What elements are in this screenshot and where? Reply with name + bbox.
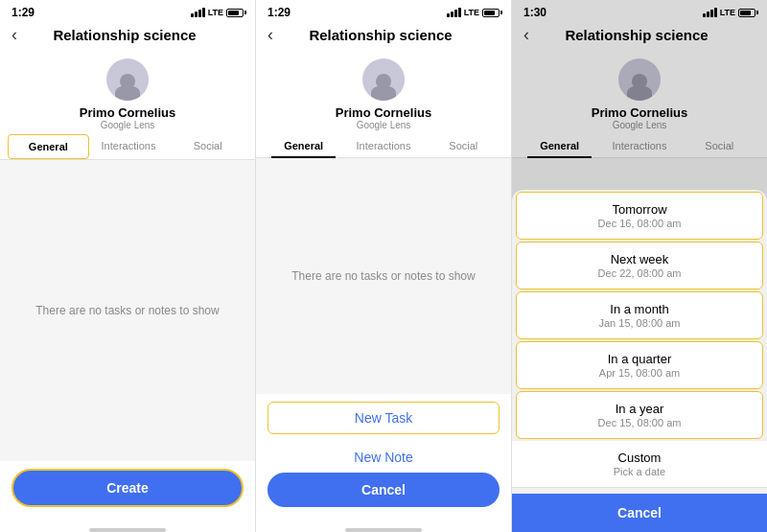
- tab-general[interactable]: General: [8, 134, 89, 159]
- profile-section: Primo Cornelius Google Lens: [256, 51, 511, 134]
- tabs-bar: GeneralInteractionsSocial: [0, 134, 255, 160]
- cancel-button[interactable]: Cancel: [512, 494, 767, 532]
- dropdown-item-custom[interactable]: Custom Pick a date: [512, 441, 767, 488]
- dropdown-item-label: Next week: [532, 252, 747, 266]
- nav-bar: ‹ Relationship science: [0, 21, 255, 51]
- empty-message: There are no tasks or notes to show: [35, 304, 219, 317]
- phone-phone1: 1:29 LTE ‹ Relationship science Primo Co…: [0, 0, 256, 532]
- lte-icon: LTE: [464, 8, 479, 17]
- dropdown-overlay: Tomorrow Dec 16, 08:00 am Next week Dec …: [512, 0, 767, 532]
- main-content: There are no tasks or notes to show: [0, 160, 255, 461]
- tab-interactions[interactable]: Interactions: [343, 134, 423, 157]
- dropdown-item-label: Tomorrow: [532, 202, 747, 217]
- tab-general[interactable]: General: [264, 134, 343, 157]
- status-time: 1:29: [12, 6, 35, 19]
- main-content: There are no tasks or notes to show: [256, 158, 511, 394]
- profile-subtitle: Google Lens: [357, 120, 411, 130]
- dropdown-item-next-week[interactable]: Next week Dec 22, 08:00 am: [516, 242, 763, 289]
- tabs-bar: GeneralInteractionsSocial: [256, 134, 511, 158]
- phone-phone2: 1:29 LTE ‹ Relationship science Primo Co…: [256, 0, 512, 532]
- status-bar: 1:29 LTE: [256, 0, 511, 21]
- battery-icon: [482, 9, 500, 17]
- profile-name: Primo Cornelius: [336, 105, 431, 120]
- bottom-area: Create: [0, 461, 255, 522]
- dropdown-item-label: Custom: [527, 451, 752, 465]
- home-indicator: [89, 528, 166, 532]
- tab-social[interactable]: Social: [168, 134, 247, 159]
- nav-bar: ‹ Relationship science: [256, 21, 511, 51]
- nav-title: Relationship science: [281, 27, 480, 43]
- dropdown-item-label: In a year: [532, 402, 747, 416]
- new-note-button[interactable]: New Note: [267, 442, 500, 473]
- cancel-button[interactable]: Cancel: [267, 473, 500, 507]
- dropdown-item-sub: Dec 16, 08:00 am: [532, 218, 747, 229]
- avatar: [106, 58, 149, 101]
- profile-subtitle: Google Lens: [101, 120, 155, 130]
- dropdown-item-in-a-quarter[interactable]: In a quarter Apr 15, 08:00 am: [516, 341, 763, 389]
- dropdown-item-tomorrow[interactable]: Tomorrow Dec 16, 08:00 am: [516, 192, 763, 240]
- battery-icon: [226, 9, 244, 17]
- back-arrow-icon[interactable]: ‹: [12, 25, 17, 45]
- dropdown-item-in-a-month[interactable]: In a month Jan 15, 08:00 am: [516, 291, 763, 339]
- avatar: [362, 58, 405, 101]
- create-button[interactable]: Create: [12, 469, 244, 507]
- dropdown-item-sub: Dec 22, 08:00 am: [532, 267, 747, 279]
- status-bar: 1:29 LTE: [0, 0, 255, 21]
- dropdown-item-sub: Jan 15, 08:00 am: [532, 317, 747, 329]
- dropdown-item-label: In a month: [532, 302, 747, 316]
- new-task-button[interactable]: New Task: [267, 402, 500, 434]
- dropdown-item-sub: Pick a date: [527, 466, 752, 477]
- signal-bars-icon: [191, 8, 205, 17]
- dropdown-item-in-a-year[interactable]: In a year Dec 15, 08:00 am: [516, 391, 763, 439]
- home-indicator: [345, 528, 422, 532]
- dropdown-item-label: In a quarter: [532, 352, 747, 366]
- signal-bars-icon: [447, 8, 461, 17]
- profile-name: Primo Cornelius: [80, 105, 175, 120]
- profile-section: Primo Cornelius Google Lens: [0, 51, 255, 134]
- nav-title: Relationship science: [25, 27, 224, 43]
- phone-phone3: 1:30 LTE ‹ Relationship science Primo Co…: [512, 0, 767, 532]
- dropdown-item-sub: Apr 15, 08:00 am: [532, 367, 747, 379]
- status-icons: LTE: [191, 8, 244, 17]
- status-time: 1:29: [267, 6, 291, 19]
- empty-message: There are no tasks or notes to show: [291, 269, 475, 283]
- status-icons: LTE: [447, 8, 500, 17]
- tab-social[interactable]: Social: [424, 134, 503, 157]
- dropdown-item-sub: Dec 15, 08:00 am: [532, 417, 747, 428]
- dropdown-sheet: Tomorrow Dec 16, 08:00 am Next week Dec …: [512, 190, 767, 532]
- bottom-area: New Task New Note Cancel: [256, 394, 511, 522]
- lte-icon: LTE: [208, 8, 223, 17]
- tab-interactions[interactable]: Interactions: [89, 134, 169, 159]
- back-arrow-icon[interactable]: ‹: [267, 25, 273, 45]
